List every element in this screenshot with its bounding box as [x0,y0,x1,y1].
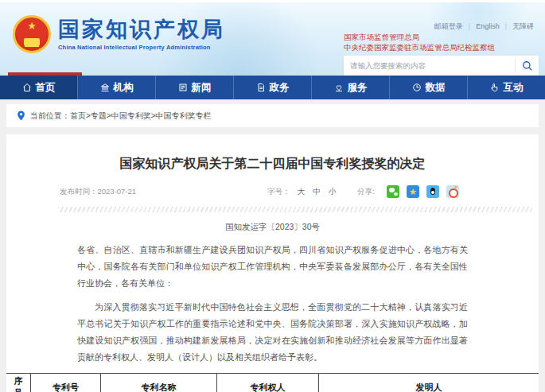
location-pin-icon [17,111,25,121]
related-gov-links: 国家市场监督管理总局 中央纪委国家监委驻市场监管总局纪检监察组 [344,32,495,52]
article-body: 各省、自治区、直辖市和新疆生产建设兵团知识产权局，四川省知识产权服务促进中心，各… [6,242,539,366]
breadcrumb: 当前位置：首页>专题>中国专利奖>中国专利奖专栏 [6,104,539,127]
nav-label: 政务 [270,81,290,95]
col-header-patentee: 专利权人 [217,374,319,392]
font-size-large-button[interactable]: 大 [298,187,306,197]
utility-links: 邮箱登录|English|无障碍 [434,21,534,32]
home-icon [22,83,32,92]
nav-label: 互动 [504,81,524,95]
font-size-label: 字号： [267,187,290,197]
paragraph: 各省、自治区、直辖市和新疆生产建设兵团知识产权局，四川省知识产权服务促进中心，各… [77,242,468,292]
article-meta: 发布时间：2023-07-21 字号： 大 中 小 分享: ★ [60,185,459,198]
gov-affairs-icon [256,83,266,92]
nav-item-data[interactable]: 数据 [389,76,467,99]
table-header-row: 序号 专利号 专利名称 专利权人 发明人 [6,374,539,392]
nav-label: 服务 [348,81,368,95]
red-accent-bar [8,72,82,76]
nav-item-home[interactable]: 首页 [0,76,77,99]
site-subtitle: China National Intellectual Property Adm… [58,44,225,51]
english-link[interactable]: English [476,22,500,30]
interact-icon [490,83,500,92]
nav-label: 首页 [36,81,56,95]
col-header-inventors: 发明人 [319,374,539,392]
col-header-patent-no: 专利号 [31,374,101,392]
nav-item-news[interactable]: 新闻 [155,76,233,99]
mail-login-link[interactable]: 邮箱登录 [434,22,463,30]
nav-label: 机构 [114,81,134,95]
font-size-medium-button[interactable]: 中 [313,187,321,197]
accessibility-link[interactable]: 无障碍 [512,22,534,30]
nav-item-gov-affairs[interactable]: 政务 [233,76,311,99]
site-title: 国家知识产权局 [58,17,225,41]
qq-share-icon[interactable] [426,185,439,198]
divider: | [505,22,507,30]
search-icon [522,60,533,72]
samr-link[interactable]: 国家市场监督管理总局 [344,32,495,42]
nav-item-service[interactable]: 服务 [311,76,389,99]
nav-item-institution[interactable]: 机构 [77,76,155,99]
site-header: 国家知识产权局 China National Intellectual Prop… [0,2,545,76]
meta-tools: 字号： 大 中 小 分享: ★ [267,185,459,198]
font-size-small-button[interactable]: 小 [329,187,337,197]
national-emblem-icon [13,15,51,53]
brand-text: 国家知识产权局 China National Intellectual Prop… [58,17,225,51]
institution-icon [100,83,110,92]
divider: | [469,22,470,30]
search-input[interactable] [344,56,515,76]
share-label: 分享: [357,187,375,197]
document-number: 国知发运字〔2023〕30号 [6,222,539,233]
col-header-patent-name: 专利名称 [101,374,217,392]
search-box [344,56,539,76]
site-brand[interactable]: 国家知识产权局 China National Intellectual Prop… [13,15,225,53]
weibo-share-icon[interactable] [446,185,459,198]
data-icon [412,83,422,92]
nav-item-interact[interactable]: 互动 [467,76,545,99]
service-icon [334,83,344,92]
article-card: 国家知识产权局关于第二十四届中国专利奖授奖的决定 发布时间：2023-07-21… [6,134,539,392]
qzone-share-icon[interactable]: ★ [407,185,419,198]
hatched-divider [58,207,532,212]
paragraph: 为深入贯彻落实习近平新时代中国特色社会主义思想，全面贯彻党的二十大精神，认真落实… [77,299,468,366]
main-nav: 首页 机构 新闻 政务 服务 数据 互动 [0,76,545,99]
col-header-seq: 序号 [6,374,31,392]
search-button[interactable] [515,59,539,72]
nav-label: 新闻 [192,81,212,95]
nav-label: 数据 [426,81,446,95]
article-title: 国家知识产权局关于第二十四届中国专利奖授奖的决定 [6,134,539,173]
wechat-share-icon[interactable] [387,185,399,198]
discipline-inspection-link[interactable]: 中央纪委国家监委驻市场监管总局纪检监察组 [344,42,495,52]
breadcrumb-text[interactable]: 当前位置：首页>专题>中国专利奖>中国专利奖专栏 [30,111,212,122]
publish-time: 发布时间：2023-07-21 [60,187,136,197]
patent-award-table: 序号 专利号 专利名称 专利权人 发明人 98 ZL201310403924.1… [6,373,539,392]
news-icon [178,83,188,92]
